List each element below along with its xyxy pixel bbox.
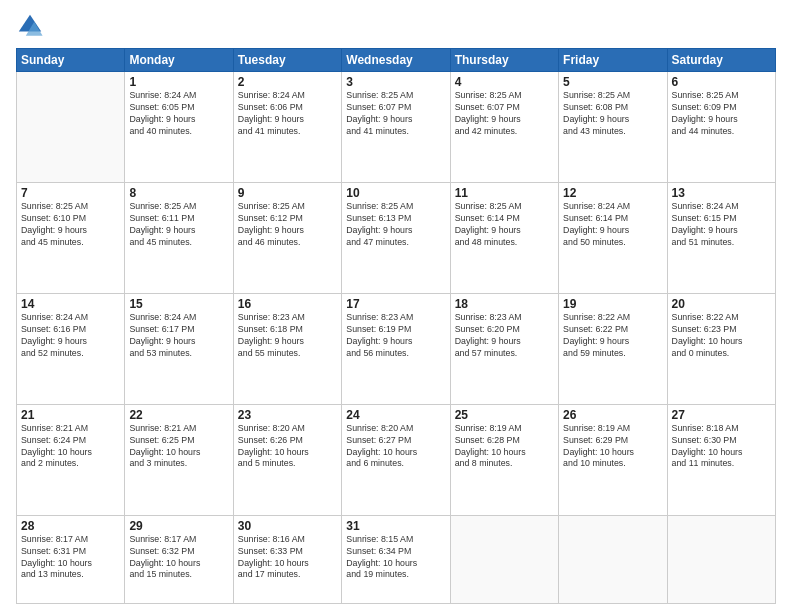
- day-info: Sunrise: 8:25 AM Sunset: 6:12 PM Dayligh…: [238, 201, 337, 249]
- day-number: 27: [672, 408, 771, 422]
- calendar-cell: 4Sunrise: 8:25 AM Sunset: 6:07 PM Daylig…: [450, 72, 558, 183]
- day-info: Sunrise: 8:17 AM Sunset: 6:31 PM Dayligh…: [21, 534, 120, 582]
- day-info: Sunrise: 8:18 AM Sunset: 6:30 PM Dayligh…: [672, 423, 771, 471]
- day-number: 18: [455, 297, 554, 311]
- calendar-cell: 30Sunrise: 8:16 AM Sunset: 6:33 PM Dayli…: [233, 515, 341, 603]
- calendar-cell: 18Sunrise: 8:23 AM Sunset: 6:20 PM Dayli…: [450, 293, 558, 404]
- calendar-cell: 23Sunrise: 8:20 AM Sunset: 6:26 PM Dayli…: [233, 404, 341, 515]
- day-number: 7: [21, 186, 120, 200]
- calendar-cell: 19Sunrise: 8:22 AM Sunset: 6:22 PM Dayli…: [559, 293, 667, 404]
- calendar-cell: 26Sunrise: 8:19 AM Sunset: 6:29 PM Dayli…: [559, 404, 667, 515]
- weekday-header-monday: Monday: [125, 49, 233, 72]
- week-row-3: 14Sunrise: 8:24 AM Sunset: 6:16 PM Dayli…: [17, 293, 776, 404]
- day-info: Sunrise: 8:23 AM Sunset: 6:18 PM Dayligh…: [238, 312, 337, 360]
- day-number: 6: [672, 75, 771, 89]
- day-info: Sunrise: 8:17 AM Sunset: 6:32 PM Dayligh…: [129, 534, 228, 582]
- day-number: 23: [238, 408, 337, 422]
- day-info: Sunrise: 8:19 AM Sunset: 6:29 PM Dayligh…: [563, 423, 662, 471]
- calendar-cell: 20Sunrise: 8:22 AM Sunset: 6:23 PM Dayli…: [667, 293, 775, 404]
- header: [16, 12, 776, 40]
- calendar-cell: 6Sunrise: 8:25 AM Sunset: 6:09 PM Daylig…: [667, 72, 775, 183]
- calendar-cell: 14Sunrise: 8:24 AM Sunset: 6:16 PM Dayli…: [17, 293, 125, 404]
- calendar-cell: 29Sunrise: 8:17 AM Sunset: 6:32 PM Dayli…: [125, 515, 233, 603]
- calendar-cell: 8Sunrise: 8:25 AM Sunset: 6:11 PM Daylig…: [125, 182, 233, 293]
- day-number: 20: [672, 297, 771, 311]
- calendar-cell: 2Sunrise: 8:24 AM Sunset: 6:06 PM Daylig…: [233, 72, 341, 183]
- calendar-cell: 10Sunrise: 8:25 AM Sunset: 6:13 PM Dayli…: [342, 182, 450, 293]
- day-info: Sunrise: 8:25 AM Sunset: 6:13 PM Dayligh…: [346, 201, 445, 249]
- day-info: Sunrise: 8:16 AM Sunset: 6:33 PM Dayligh…: [238, 534, 337, 582]
- day-info: Sunrise: 8:22 AM Sunset: 6:23 PM Dayligh…: [672, 312, 771, 360]
- day-number: 12: [563, 186, 662, 200]
- calendar-cell: 27Sunrise: 8:18 AM Sunset: 6:30 PM Dayli…: [667, 404, 775, 515]
- day-info: Sunrise: 8:25 AM Sunset: 6:10 PM Dayligh…: [21, 201, 120, 249]
- day-info: Sunrise: 8:21 AM Sunset: 6:24 PM Dayligh…: [21, 423, 120, 471]
- day-number: 10: [346, 186, 445, 200]
- day-info: Sunrise: 8:25 AM Sunset: 6:14 PM Dayligh…: [455, 201, 554, 249]
- day-info: Sunrise: 8:23 AM Sunset: 6:19 PM Dayligh…: [346, 312, 445, 360]
- weekday-header-tuesday: Tuesday: [233, 49, 341, 72]
- weekday-header-sunday: Sunday: [17, 49, 125, 72]
- day-info: Sunrise: 8:19 AM Sunset: 6:28 PM Dayligh…: [455, 423, 554, 471]
- day-number: 21: [21, 408, 120, 422]
- day-info: Sunrise: 8:20 AM Sunset: 6:26 PM Dayligh…: [238, 423, 337, 471]
- week-row-4: 21Sunrise: 8:21 AM Sunset: 6:24 PM Dayli…: [17, 404, 776, 515]
- logo: [16, 12, 48, 40]
- day-info: Sunrise: 8:24 AM Sunset: 6:06 PM Dayligh…: [238, 90, 337, 138]
- day-number: 28: [21, 519, 120, 533]
- week-row-5: 28Sunrise: 8:17 AM Sunset: 6:31 PM Dayli…: [17, 515, 776, 603]
- calendar-cell: 25Sunrise: 8:19 AM Sunset: 6:28 PM Dayli…: [450, 404, 558, 515]
- day-info: Sunrise: 8:23 AM Sunset: 6:20 PM Dayligh…: [455, 312, 554, 360]
- calendar-cell: 3Sunrise: 8:25 AM Sunset: 6:07 PM Daylig…: [342, 72, 450, 183]
- day-info: Sunrise: 8:22 AM Sunset: 6:22 PM Dayligh…: [563, 312, 662, 360]
- weekday-header-row: SundayMondayTuesdayWednesdayThursdayFrid…: [17, 49, 776, 72]
- day-info: Sunrise: 8:24 AM Sunset: 6:16 PM Dayligh…: [21, 312, 120, 360]
- calendar-cell: 9Sunrise: 8:25 AM Sunset: 6:12 PM Daylig…: [233, 182, 341, 293]
- calendar-cell: 28Sunrise: 8:17 AM Sunset: 6:31 PM Dayli…: [17, 515, 125, 603]
- day-number: 17: [346, 297, 445, 311]
- day-number: 26: [563, 408, 662, 422]
- calendar-cell: 16Sunrise: 8:23 AM Sunset: 6:18 PM Dayli…: [233, 293, 341, 404]
- day-number: 31: [346, 519, 445, 533]
- weekday-header-wednesday: Wednesday: [342, 49, 450, 72]
- day-number: 9: [238, 186, 337, 200]
- calendar-cell: 5Sunrise: 8:25 AM Sunset: 6:08 PM Daylig…: [559, 72, 667, 183]
- logo-icon: [16, 12, 44, 40]
- calendar-cell: [667, 515, 775, 603]
- day-number: 15: [129, 297, 228, 311]
- calendar-cell: 31Sunrise: 8:15 AM Sunset: 6:34 PM Dayli…: [342, 515, 450, 603]
- day-number: 24: [346, 408, 445, 422]
- day-number: 11: [455, 186, 554, 200]
- calendar-cell: 1Sunrise: 8:24 AM Sunset: 6:05 PM Daylig…: [125, 72, 233, 183]
- day-number: 16: [238, 297, 337, 311]
- day-info: Sunrise: 8:15 AM Sunset: 6:34 PM Dayligh…: [346, 534, 445, 582]
- calendar-cell: 17Sunrise: 8:23 AM Sunset: 6:19 PM Dayli…: [342, 293, 450, 404]
- day-number: 1: [129, 75, 228, 89]
- weekday-header-friday: Friday: [559, 49, 667, 72]
- day-info: Sunrise: 8:25 AM Sunset: 6:11 PM Dayligh…: [129, 201, 228, 249]
- day-number: 22: [129, 408, 228, 422]
- day-info: Sunrise: 8:25 AM Sunset: 6:09 PM Dayligh…: [672, 90, 771, 138]
- day-info: Sunrise: 8:21 AM Sunset: 6:25 PM Dayligh…: [129, 423, 228, 471]
- calendar-table: SundayMondayTuesdayWednesdayThursdayFrid…: [16, 48, 776, 604]
- day-number: 14: [21, 297, 120, 311]
- day-info: Sunrise: 8:24 AM Sunset: 6:15 PM Dayligh…: [672, 201, 771, 249]
- day-number: 5: [563, 75, 662, 89]
- calendar-cell: [559, 515, 667, 603]
- calendar-cell: 13Sunrise: 8:24 AM Sunset: 6:15 PM Dayli…: [667, 182, 775, 293]
- calendar-cell: 7Sunrise: 8:25 AM Sunset: 6:10 PM Daylig…: [17, 182, 125, 293]
- page: SundayMondayTuesdayWednesdayThursdayFrid…: [0, 0, 792, 612]
- calendar-cell: 15Sunrise: 8:24 AM Sunset: 6:17 PM Dayli…: [125, 293, 233, 404]
- calendar-cell: 11Sunrise: 8:25 AM Sunset: 6:14 PM Dayli…: [450, 182, 558, 293]
- day-number: 30: [238, 519, 337, 533]
- day-info: Sunrise: 8:25 AM Sunset: 6:07 PM Dayligh…: [455, 90, 554, 138]
- day-info: Sunrise: 8:20 AM Sunset: 6:27 PM Dayligh…: [346, 423, 445, 471]
- calendar-cell: [17, 72, 125, 183]
- day-number: 19: [563, 297, 662, 311]
- calendar-cell: 12Sunrise: 8:24 AM Sunset: 6:14 PM Dayli…: [559, 182, 667, 293]
- day-info: Sunrise: 8:24 AM Sunset: 6:14 PM Dayligh…: [563, 201, 662, 249]
- day-info: Sunrise: 8:24 AM Sunset: 6:05 PM Dayligh…: [129, 90, 228, 138]
- day-number: 8: [129, 186, 228, 200]
- day-number: 3: [346, 75, 445, 89]
- day-info: Sunrise: 8:25 AM Sunset: 6:08 PM Dayligh…: [563, 90, 662, 138]
